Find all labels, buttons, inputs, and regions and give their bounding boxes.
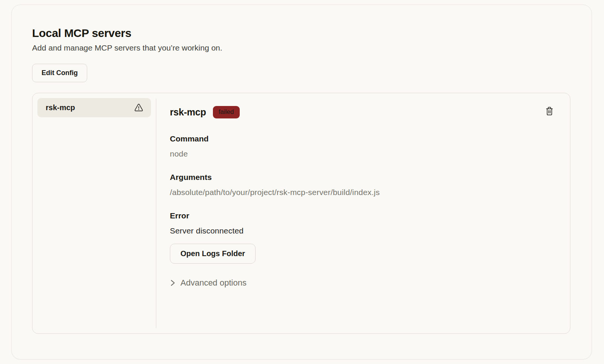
page-subtitle: Add and manage MCP servers that you’re w… — [32, 43, 570, 52]
field-command: Command node — [170, 134, 556, 158]
field-arguments: Arguments /absolute/path/to/your/project… — [170, 173, 556, 197]
server-panel: rsk-mcp rsk-mcp failed — [32, 93, 570, 334]
edit-config-button[interactable]: Edit Config — [32, 64, 87, 82]
trash-icon — [545, 106, 554, 116]
field-arguments-label: Arguments — [170, 173, 556, 182]
field-error-label: Error — [170, 211, 556, 220]
field-error: Error Server disconnected — [170, 211, 556, 235]
advanced-options-toggle[interactable]: Advanced options — [170, 278, 247, 288]
field-error-value: Server disconnected — [170, 226, 556, 235]
server-detail-title: rsk-mcp — [170, 107, 206, 118]
status-badge: failed — [213, 106, 240, 118]
open-logs-button[interactable]: Open Logs Folder — [170, 244, 256, 264]
server-list: rsk-mcp — [32, 93, 156, 333]
advanced-options-label: Advanced options — [180, 278, 247, 288]
field-command-value: node — [170, 149, 556, 158]
field-arguments-value: /absolute/path/to/your/project/rsk-mcp-s… — [170, 188, 556, 197]
server-list-item-rsk-mcp[interactable]: rsk-mcp — [37, 98, 151, 117]
field-command-label: Command — [170, 134, 556, 143]
chevron-right-icon — [170, 278, 176, 287]
warning-icon — [134, 103, 143, 112]
settings-card: Local MCP servers Add and manage MCP ser… — [11, 5, 592, 359]
server-detail: rsk-mcp failed Command node — [156, 93, 570, 333]
server-detail-header: rsk-mcp failed — [170, 106, 556, 118]
page-title: Local MCP servers — [32, 27, 570, 40]
delete-server-button[interactable] — [544, 105, 555, 117]
server-name-label: rsk-mcp — [46, 103, 75, 112]
